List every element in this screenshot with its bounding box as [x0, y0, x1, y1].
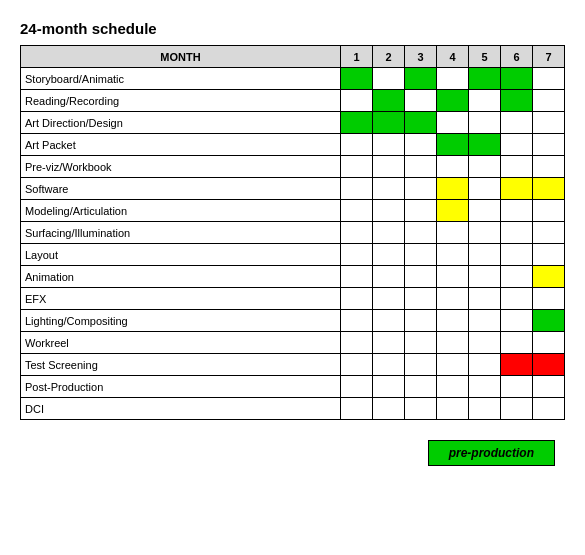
cell-14-2	[405, 376, 437, 398]
cell-15-5	[501, 398, 533, 420]
header-col-6: 6	[501, 46, 533, 68]
header-col-7: 7	[533, 46, 565, 68]
cell-11-5	[501, 310, 533, 332]
cell-8-2	[405, 244, 437, 266]
cell-1-5	[501, 90, 533, 112]
cell-11-0	[341, 310, 373, 332]
cell-12-5	[501, 332, 533, 354]
cell-9-5	[501, 266, 533, 288]
cell-3-2	[405, 134, 437, 156]
cell-10-4	[469, 288, 501, 310]
cell-11-2	[405, 310, 437, 332]
cell-3-6	[533, 134, 565, 156]
cell-8-0	[341, 244, 373, 266]
header-col-2: 2	[373, 46, 405, 68]
cell-2-6	[533, 112, 565, 134]
cell-1-4	[469, 90, 501, 112]
cell-12-3	[437, 332, 469, 354]
cell-6-6	[533, 200, 565, 222]
cell-13-3	[437, 354, 469, 376]
cell-1-3	[437, 90, 469, 112]
cell-3-1	[373, 134, 405, 156]
cell-6-4	[469, 200, 501, 222]
cell-9-4	[469, 266, 501, 288]
cell-14-6	[533, 376, 565, 398]
cell-8-3	[437, 244, 469, 266]
row-label-10: EFX	[21, 288, 341, 310]
table-row: Art Direction/Design	[21, 112, 565, 134]
cell-0-6	[533, 68, 565, 90]
cell-7-4	[469, 222, 501, 244]
cell-3-4	[469, 134, 501, 156]
cell-7-3	[437, 222, 469, 244]
schedule-title: 24-month schedule	[20, 20, 565, 37]
table-row: Lighting/Compositing	[21, 310, 565, 332]
header-row: MONTH1234567	[21, 46, 565, 68]
header-month: MONTH	[21, 46, 341, 68]
cell-0-0	[341, 68, 373, 90]
cell-14-4	[469, 376, 501, 398]
row-label-8: Layout	[21, 244, 341, 266]
cell-7-6	[533, 222, 565, 244]
cell-1-1	[373, 90, 405, 112]
cell-12-4	[469, 332, 501, 354]
cell-6-3	[437, 200, 469, 222]
cell-2-2	[405, 112, 437, 134]
cell-13-2	[405, 354, 437, 376]
header-col-3: 3	[405, 46, 437, 68]
cell-4-0	[341, 156, 373, 178]
table-row: DCI	[21, 398, 565, 420]
cell-2-5	[501, 112, 533, 134]
cell-11-6	[533, 310, 565, 332]
cell-13-4	[469, 354, 501, 376]
row-label-7: Surfacing/Illumination	[21, 222, 341, 244]
cell-0-3	[437, 68, 469, 90]
cell-14-3	[437, 376, 469, 398]
cell-14-1	[373, 376, 405, 398]
cell-15-3	[437, 398, 469, 420]
cell-8-1	[373, 244, 405, 266]
cell-5-4	[469, 178, 501, 200]
cell-2-0	[341, 112, 373, 134]
row-label-12: Workreel	[21, 332, 341, 354]
cell-15-1	[373, 398, 405, 420]
cell-5-1	[373, 178, 405, 200]
table-row: Workreel	[21, 332, 565, 354]
cell-10-1	[373, 288, 405, 310]
row-label-3: Art Packet	[21, 134, 341, 156]
cell-12-6	[533, 332, 565, 354]
cell-2-4	[469, 112, 501, 134]
row-label-5: Software	[21, 178, 341, 200]
cell-14-5	[501, 376, 533, 398]
header-col-4: 4	[437, 46, 469, 68]
table-row: EFX	[21, 288, 565, 310]
cell-6-0	[341, 200, 373, 222]
cell-15-4	[469, 398, 501, 420]
cell-0-2	[405, 68, 437, 90]
cell-6-1	[373, 200, 405, 222]
row-label-6: Modeling/Articulation	[21, 200, 341, 222]
cell-0-1	[373, 68, 405, 90]
table-row: Test Screening	[21, 354, 565, 376]
legend-area: pre-production	[20, 440, 565, 466]
cell-6-5	[501, 200, 533, 222]
table-row: Modeling/Articulation	[21, 200, 565, 222]
cell-9-6	[533, 266, 565, 288]
cell-15-6	[533, 398, 565, 420]
cell-10-3	[437, 288, 469, 310]
row-label-1: Reading/Recording	[21, 90, 341, 112]
table-row: Reading/Recording	[21, 90, 565, 112]
cell-13-1	[373, 354, 405, 376]
cell-1-0	[341, 90, 373, 112]
cell-3-0	[341, 134, 373, 156]
cell-7-1	[373, 222, 405, 244]
header-col-5: 5	[469, 46, 501, 68]
table-row: Post-Production	[21, 376, 565, 398]
header-col-1: 1	[341, 46, 373, 68]
cell-8-4	[469, 244, 501, 266]
cell-4-6	[533, 156, 565, 178]
table-row: Animation	[21, 266, 565, 288]
table-row: Layout	[21, 244, 565, 266]
legend-pre-production: pre-production	[428, 440, 555, 466]
cell-7-0	[341, 222, 373, 244]
